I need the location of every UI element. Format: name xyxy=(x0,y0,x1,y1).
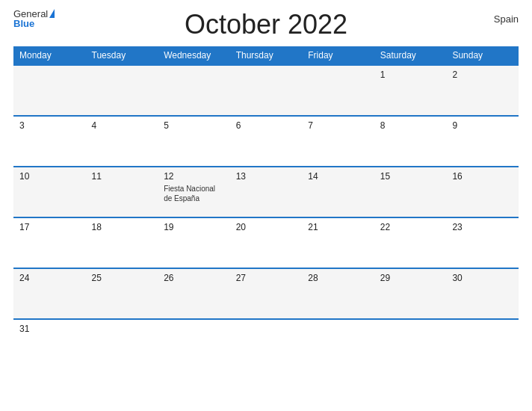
calendar-day-cell xyxy=(446,319,519,370)
calendar-day-cell: 5 xyxy=(158,116,230,167)
calendar-day-cell: 31 xyxy=(13,319,86,370)
calendar-day-cell: 3 xyxy=(13,116,86,167)
calendar-day-cell: 20 xyxy=(230,217,303,268)
day-header-friday: Friday xyxy=(302,46,374,65)
day-number: 5 xyxy=(164,120,224,131)
calendar-day-cell: 16 xyxy=(446,167,519,217)
calendar-day-cell: 15 xyxy=(374,167,447,217)
day-number: 15 xyxy=(380,171,441,182)
day-number: 7 xyxy=(308,120,368,131)
calendar-day-cell: 28 xyxy=(302,268,374,319)
day-number: 8 xyxy=(380,120,441,131)
calendar-week-row: 17181920212223 xyxy=(13,217,519,268)
day-header-thursday: Thursday xyxy=(230,46,303,65)
calendar-day-cell: 12Fiesta Nacional de España xyxy=(158,167,230,217)
day-number: 10 xyxy=(19,171,80,182)
calendar-event: Fiesta Nacional de España xyxy=(164,184,224,203)
day-number: 6 xyxy=(236,120,297,131)
calendar-day-cell xyxy=(230,319,303,370)
day-header-monday: Monday xyxy=(13,46,86,65)
calendar-day-cell: 17 xyxy=(13,217,86,268)
day-number: 26 xyxy=(164,273,224,283)
calendar-day-cell: 27 xyxy=(230,268,303,319)
day-number: 21 xyxy=(308,222,368,232)
country-label: Spain xyxy=(494,13,519,25)
days-of-week-row: MondayTuesdayWednesdayThursdayFridaySatu… xyxy=(13,46,519,65)
day-number: 28 xyxy=(308,273,368,283)
calendar-day-cell: 23 xyxy=(446,217,519,268)
day-number: 25 xyxy=(92,273,152,283)
day-number: 18 xyxy=(92,222,152,232)
day-number: 9 xyxy=(452,120,513,131)
calendar-day-cell: 6 xyxy=(230,116,303,167)
day-number: 29 xyxy=(380,273,441,283)
calendar-week-row: 101112Fiesta Nacional de España13141516 xyxy=(13,167,519,217)
calendar-day-cell: 4 xyxy=(86,116,158,167)
calendar-day-cell: 7 xyxy=(302,116,374,167)
calendar-day-cell: 1 xyxy=(374,65,447,116)
logo-blue-text: Blue xyxy=(13,19,34,28)
calendar-table: MondayTuesdayWednesdayThursdayFridaySatu… xyxy=(13,46,519,370)
day-number: 27 xyxy=(236,273,297,283)
day-number: 31 xyxy=(19,324,80,334)
day-number: 1 xyxy=(380,69,441,80)
calendar-day-cell: 13 xyxy=(230,167,303,217)
calendar-day-cell xyxy=(230,65,303,116)
logo: General Blue xyxy=(13,9,55,28)
day-header-sunday: Sunday xyxy=(446,46,519,65)
calendar-day-cell: 21 xyxy=(302,217,374,268)
day-number: 4 xyxy=(92,120,152,131)
logo-triangle-icon xyxy=(49,9,55,18)
day-number: 14 xyxy=(308,171,368,182)
calendar-day-cell: 25 xyxy=(86,268,158,319)
calendar-day-cell: 11 xyxy=(86,167,158,217)
calendar-week-row: 24252627282930 xyxy=(13,268,519,319)
day-number: 24 xyxy=(19,273,80,283)
calendar-day-cell: 18 xyxy=(86,217,158,268)
calendar-day-cell: 19 xyxy=(158,217,230,268)
calendar-day-cell xyxy=(302,65,374,116)
calendar-day-cell: 2 xyxy=(446,65,519,116)
day-number: 30 xyxy=(452,273,513,283)
calendar-header: General Blue October 2022 Spain xyxy=(13,9,519,40)
day-number: 17 xyxy=(19,222,80,232)
calendar-body: 123456789101112Fiesta Nacional de España… xyxy=(13,65,519,370)
calendar-day-cell xyxy=(86,319,158,370)
calendar-day-cell xyxy=(374,319,447,370)
calendar-day-cell: 9 xyxy=(446,116,519,167)
calendar-day-cell: 26 xyxy=(158,268,230,319)
day-number: 23 xyxy=(452,222,513,232)
day-number: 22 xyxy=(380,222,441,232)
day-number: 2 xyxy=(452,69,513,80)
calendar-page: General Blue October 2022 Spain MondayTu… xyxy=(0,0,532,411)
calendar-week-row: 12 xyxy=(13,65,519,116)
day-header-saturday: Saturday xyxy=(374,46,447,65)
calendar-day-cell xyxy=(86,65,158,116)
day-number: 3 xyxy=(19,120,80,131)
day-number: 12 xyxy=(164,171,224,182)
calendar-day-cell xyxy=(158,319,230,370)
calendar-title: October 2022 xyxy=(185,9,347,40)
calendar-day-cell xyxy=(158,65,230,116)
calendar-header-row: MondayTuesdayWednesdayThursdayFridaySatu… xyxy=(13,46,519,65)
day-number: 20 xyxy=(236,222,297,232)
calendar-day-cell xyxy=(302,319,374,370)
calendar-week-row: 3456789 xyxy=(13,116,519,167)
day-number: 11 xyxy=(92,171,152,182)
day-header-tuesday: Tuesday xyxy=(86,46,158,65)
calendar-day-cell: 30 xyxy=(446,268,519,319)
calendar-day-cell: 10 xyxy=(13,167,86,217)
calendar-day-cell xyxy=(13,65,86,116)
calendar-week-row: 31 xyxy=(13,319,519,370)
calendar-day-cell: 24 xyxy=(13,268,86,319)
calendar-day-cell: 14 xyxy=(302,167,374,217)
day-number: 16 xyxy=(452,171,513,182)
calendar-day-cell: 29 xyxy=(374,268,447,319)
day-number: 13 xyxy=(236,171,297,182)
calendar-day-cell: 8 xyxy=(374,116,447,167)
day-number: 19 xyxy=(164,222,224,232)
day-header-wednesday: Wednesday xyxy=(158,46,230,65)
calendar-day-cell: 22 xyxy=(374,217,447,268)
